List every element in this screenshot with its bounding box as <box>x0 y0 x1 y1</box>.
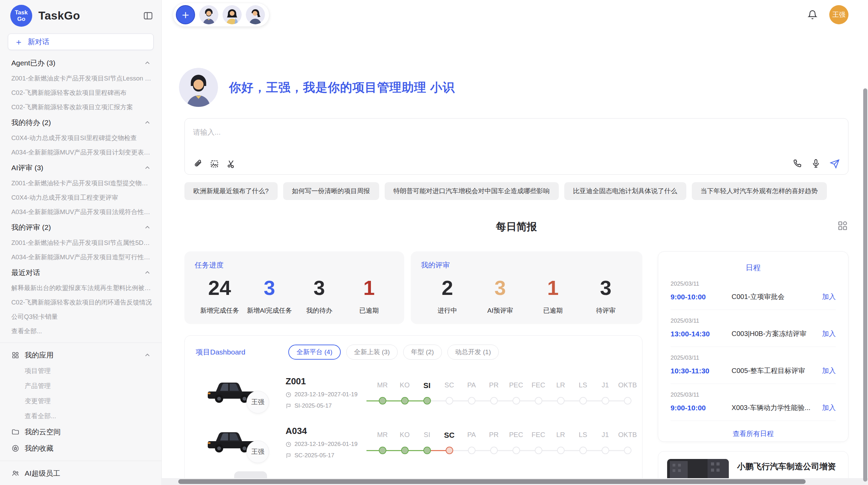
view-all-schedule-link[interactable]: 查看所有日程 <box>671 421 836 447</box>
stat-value: 3 <box>294 273 344 303</box>
sidebar-conversation-item[interactable]: 公司Q3轻卡销量 <box>0 310 161 324</box>
section-items: C0X4-动力总成开发项目SI里程碑提交物检查A034-全新新能源MUV产品开发… <box>0 131 161 160</box>
notification-bell-icon[interactable] <box>807 10 818 20</box>
stat: 1 已逾期 <box>344 273 394 315</box>
suggestion-chip[interactable]: 欧洲新规最近颁布了什么? <box>184 182 278 200</box>
agent-avatar-3[interactable] <box>246 5 265 24</box>
stat-value: 2 <box>421 273 474 303</box>
dashboard-tab[interactable]: 年型 (2) <box>403 345 442 360</box>
stat-label: 已逾期 <box>344 306 394 315</box>
sidebar-conversation-item[interactable]: A034-全新新能源MUV产品开发项目计划变更表编写 <box>0 145 161 160</box>
collapse-sidebar-icon[interactable] <box>143 11 153 21</box>
chevron-up-icon[interactable] <box>144 164 151 172</box>
event-name: C003|H0B-方案冻结评审 <box>732 329 822 338</box>
sidebar-section: 最近对话 解释最新出台的欧盟报废车法规再生塑料比例被调至15%...C02-飞腾… <box>0 264 161 338</box>
image-upload-icon[interactable] <box>210 159 219 169</box>
schedule-event: 2025/03/11 9:00-10:00 C001-立项审批会 加入 <box>671 273 836 310</box>
agent-avatar-1[interactable] <box>199 5 218 24</box>
sidebar-header: Task Go TaskGo <box>0 0 161 30</box>
sidebar-conversation-item[interactable]: Z001-全新燃油皮卡产品开发项目SI节点Lesson Learn报告 <box>0 71 161 86</box>
chevron-up-icon[interactable] <box>144 269 151 276</box>
project-row[interactable]: 王强 Z001 2023-12-19~2027-01-19 SI-2025-05… <box>194 376 632 409</box>
horizontal-scrollbar-track[interactable] <box>162 478 868 485</box>
sidebar-conversation-item[interactable]: A034-全新新能源MUV产品开发项目造型可行性评审 <box>0 250 161 264</box>
sidebar-section-header[interactable]: 我的待办 (2) <box>0 114 161 131</box>
event-join-link[interactable]: 加入 <box>822 403 836 412</box>
microphone-icon[interactable] <box>811 159 821 169</box>
event-join-link[interactable]: 加入 <box>822 329 836 338</box>
project-dates-text: 2023-12-19~2026-01-19 <box>294 441 358 448</box>
agent-avatar-2[interactable] <box>222 5 242 24</box>
stat: 3 待评审 <box>579 273 632 315</box>
stat-label: 我的待办 <box>294 306 344 315</box>
vertical-scrollbar-thumb[interactable] <box>863 88 867 482</box>
chevron-up-icon[interactable] <box>144 351 151 359</box>
dashboard-tab[interactable]: 全新平台 (4) <box>288 345 341 360</box>
sidebar-section-header[interactable]: AI评审 (3) <box>0 160 161 176</box>
chevron-up-icon[interactable] <box>144 119 151 126</box>
greeting-text: 你好，王强，我是你的项目管理助理 小识 <box>229 79 455 96</box>
sidebar-conversation-item[interactable]: C02-飞腾新能源轻客改款项目立项汇报方案 <box>0 100 161 114</box>
sidebar-conversation-item[interactable]: C0X4-动力总成开发项目SI里程碑提交物检查 <box>0 131 161 145</box>
project-row[interactable]: 王强 A034 2023-12-19~2026-01-19 SC-2025-05… <box>194 426 632 459</box>
sidebar-conversation-item[interactable]: C0X4-动力总成开发项目工程变更评审 <box>0 190 161 205</box>
project-code: Z001 <box>286 376 369 387</box>
stats-row: 任务进度 24 新增完成任务 3 新增AI完成任务 3 我的待办 1 已逾期 我… <box>184 251 642 324</box>
sidebar-item-favorites[interactable]: 我的收藏 <box>0 440 161 457</box>
voice-call-icon[interactable] <box>793 159 802 169</box>
add-agent-button[interactable]: ＋ <box>176 5 195 24</box>
sidebar-conversation-item[interactable]: C02-飞腾新能源轻客改款项目的闭环通告反馈情况 <box>0 295 161 310</box>
app-logo: Task Go <box>10 5 32 27</box>
stat: 3 AI预评审 <box>474 273 527 315</box>
star-badge-icon <box>11 444 20 452</box>
sidebar-conversation-item[interactable]: Z001-全新燃油轻卡产品开发项目SI节点属性5D文件评审 <box>0 236 161 250</box>
stat: 24 新增完成任务 <box>195 273 244 315</box>
app-subitem[interactable]: 变更管理 <box>0 394 161 409</box>
suggestion-chip[interactable]: 比亚迪全固态电池计划具体说了什么 <box>564 182 686 200</box>
milestone-timeline: MRKOSISCPAPRPECFECLRLSJ1OKTB <box>371 381 639 405</box>
attachment-icon[interactable] <box>193 159 202 169</box>
section-items: 解释最新出台的欧盟报废车法规再生塑料比例被调至15%...C02-飞腾新能源轻客… <box>0 281 161 338</box>
layout-grid-icon[interactable] <box>837 220 848 232</box>
suggestion-chip[interactable]: 如何写一份清晰的项目周报 <box>283 182 379 200</box>
dashboard-tab[interactable]: 动总开发 (1) <box>447 345 499 360</box>
chevron-up-icon[interactable] <box>144 224 151 231</box>
chat-input[interactable] <box>193 123 840 159</box>
suggestion-chip[interactable]: 当下年轻人对汽车外观有怎样的喜好趋势 <box>692 182 827 200</box>
send-icon[interactable] <box>830 159 840 169</box>
horizontal-scrollbar-thumb[interactable] <box>178 479 806 484</box>
suggestion-chip[interactable]: 特朗普可能对进口汽车增税会对中国车企造成哪些影响 <box>385 182 559 200</box>
sidebar-item-help-me-write[interactable]: 帮我写作 <box>0 482 161 485</box>
sidebar-section-header[interactable]: 最近对话 <box>0 264 161 281</box>
stat-value: 24 <box>195 273 244 303</box>
user-avatar[interactable]: 王强 <box>829 5 848 24</box>
sidebar-section-header[interactable]: 我的评审 (2) <box>0 219 161 236</box>
sidebar-item-my-apps[interactable]: 我的应用 <box>0 347 161 363</box>
schedule-title: 日程 <box>671 263 836 273</box>
plus-icon: ＋ <box>14 36 23 48</box>
favorites-label: 我的收藏 <box>25 444 151 453</box>
sidebar-conversation-item[interactable]: Z001-全新燃油轻卡产品开发项目SI造型提交物评审 <box>0 176 161 190</box>
stat-label: 新增完成任务 <box>195 306 244 315</box>
app-subitem[interactable]: 产品管理 <box>0 378 161 394</box>
sidebar-conversation-item[interactable]: 解释最新出台的欧盟报废车法规再生塑料比例被调至15%... <box>0 281 161 295</box>
section-label: 最近对话 <box>11 268 144 277</box>
app-subitem[interactable]: 项目管理 <box>0 363 161 378</box>
new-chat-button[interactable]: ＋ 新对话 <box>8 34 154 50</box>
event-date: 2025/03/11 <box>671 318 836 324</box>
dashboard-tab[interactable]: 全新上装 (3) <box>346 345 398 360</box>
event-join-link[interactable]: 加入 <box>822 292 836 301</box>
sidebar-item-cloud-space[interactable]: 我的云空间 <box>0 424 161 440</box>
schedule-card: 日程 2025/03/11 9:00-10:00 C001-立项审批会 加入 2… <box>658 251 848 442</box>
sidebar-conversation-item[interactable]: A034-全新新能源MUV产品开发项目法规符合性评审 <box>0 205 161 219</box>
task-progress-card: 任务进度 24 新增完成任务 3 新增AI完成任务 3 我的待办 1 已逾期 <box>184 251 404 324</box>
ai-super-staff-label: AI超级员工 <box>25 469 151 478</box>
sidebar-item-ai-super-staff[interactable]: AI超级员工 <box>0 465 161 482</box>
sidebar-conversation-item[interactable]: 查看全部... <box>0 324 161 338</box>
event-join-link[interactable]: 加入 <box>822 366 836 375</box>
sidebar-conversation-item[interactable]: C02-飞腾新能源轻客改款项目里程碑画布 <box>0 86 161 100</box>
app-subitem[interactable]: 查看全部... <box>0 409 161 424</box>
sidebar-section-header[interactable]: Agent已办 (3) <box>0 55 161 71</box>
scissors-icon[interactable] <box>227 159 236 169</box>
chevron-up-icon[interactable] <box>144 59 151 67</box>
